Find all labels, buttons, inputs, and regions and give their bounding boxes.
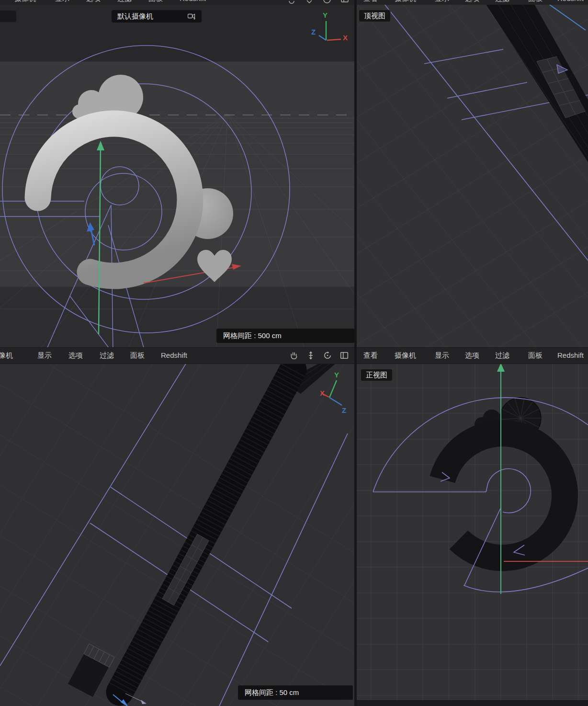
menu-options[interactable]: 选项	[86, 0, 101, 3]
topbar-left-clipped: 摄像机 显示 选项 过滤 面板 Redshift	[0, 0, 354, 5]
torus-ring-object[interactable]	[38, 124, 190, 276]
menu-panel[interactable]: 面板	[148, 0, 163, 3]
menu-panel[interactable]: 面板	[528, 348, 543, 363]
menu-options[interactable]: 选项	[68, 348, 83, 363]
menu-redshift[interactable]: Redshift	[557, 348, 584, 363]
menu-filter[interactable]: 过滤	[495, 0, 509, 3]
menu-camera[interactable]: 摄像机	[395, 0, 416, 3]
axis-z-label: Z	[342, 406, 346, 414]
c4d-quad-viewport: Y Z X 默认摄像机 网格间距 : 500 cm	[0, 0, 588, 706]
menu-filter[interactable]: 过滤	[117, 0, 132, 3]
front-view-label[interactable]: 正视图	[361, 369, 393, 381]
axis-x-label: X	[343, 34, 348, 42]
menu-display[interactable]: 显示	[435, 0, 449, 3]
toolbar-bottom-right: 查看 摄像机 显示 选项 过滤 面板 Redshift	[357, 347, 588, 364]
axis-y-label: Y	[334, 371, 339, 379]
bl-grid	[0, 363, 354, 706]
axis-y-label: Y	[323, 11, 328, 19]
menu-filter[interactable]: 过滤	[495, 348, 509, 363]
menu-display[interactable]: 显示	[55, 0, 69, 3]
menu-display[interactable]: 显示	[37, 348, 52, 363]
viewport-perspective[interactable]: Y Z X 默认摄像机 网格间距 : 500 cm	[0, 0, 354, 347]
view-label-clipped	[0, 11, 16, 22]
topbar-right-clipped: 查看 摄像机 显示 选项 过滤 面板 Redshift	[357, 0, 588, 5]
menu-options[interactable]: 选项	[465, 0, 479, 3]
dolly-zoom-icon[interactable]	[306, 351, 315, 360]
menu-panel[interactable]: 面板	[130, 348, 145, 363]
tube-object-top[interactable]	[483, 0, 588, 163]
perspective-scene[interactable]: Y Z X	[0, 0, 354, 347]
axis-x-label: X	[320, 389, 325, 397]
bl-splines[interactable]	[0, 363, 348, 706]
menu-redshift[interactable]: Redshift	[161, 348, 187, 363]
maximize-view-icon[interactable]	[340, 351, 349, 360]
camera-label[interactable]: 默认摄像机	[112, 10, 202, 23]
grid-spacing-label: 网格间距 : 50 cm	[238, 685, 353, 700]
camera-label-text: 默认摄像机	[117, 12, 153, 21]
menu-filter[interactable]: 过滤	[100, 348, 114, 363]
tube-z-axis-line	[546, 2, 586, 30]
viewport-top[interactable]: 顶视图	[357, 0, 588, 347]
grid-spacing-label: 网格间距 : 500 cm	[216, 329, 354, 343]
menu-redshift[interactable]: Redshift	[180, 0, 206, 2]
viewport-bottom-left[interactable]: Y X Z 网格间距 : 50 cm	[0, 363, 354, 706]
menu-display[interactable]: 显示	[435, 348, 449, 363]
top-view-splines[interactable]	[381, 0, 588, 261]
rotate-icon[interactable]	[323, 351, 332, 360]
menu-camera[interactable]: 摄像机	[395, 348, 416, 363]
y-axis-arrow	[97, 141, 104, 334]
front-view-scene[interactable]	[357, 363, 588, 700]
camera-icon[interactable]	[188, 12, 196, 20]
menu-options[interactable]: 选项	[465, 348, 479, 363]
axis-z-label: Z	[311, 28, 316, 36]
pan-hand-icon[interactable]	[290, 351, 298, 360]
menu-view[interactable]: 查看	[363, 348, 378, 363]
menu-camera[interactable]: 摄像机	[0, 348, 13, 363]
axis-gizmo[interactable]: Y Z X	[311, 11, 348, 42]
viewport-edge-strip	[357, 700, 588, 706]
bottom-left-scene[interactable]: Y X Z	[0, 363, 354, 706]
menu-view[interactable]: 查看	[363, 0, 378, 3]
toolbar-bottom-left: 摄像机 显示 选项 过滤 面板 Redshift	[0, 347, 354, 364]
topbar-icons-clipped[interactable]	[288, 0, 354, 5]
bl-axis-gizmo[interactable]: Y X Z	[320, 371, 346, 414]
menu-redshift[interactable]: Redshift	[557, 0, 584, 2]
viewport-front[interactable]: 正视图	[357, 363, 588, 700]
ring-silhouette[interactable]	[442, 433, 565, 558]
menu-camera[interactable]: 摄像机	[14, 0, 36, 3]
menu-panel[interactable]: 面板	[528, 0, 543, 3]
top-view-label[interactable]: 顶视图	[359, 10, 391, 22]
top-view-scene[interactable]	[357, 0, 588, 347]
heart-object[interactable]	[197, 250, 232, 282]
